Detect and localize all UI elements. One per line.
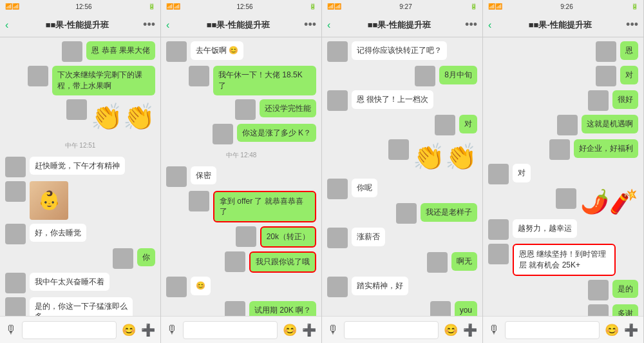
attach-button[interactable]: ➕ xyxy=(463,323,477,337)
signal-icon: 📶📶 xyxy=(166,3,180,10)
message-row: 你 xyxy=(5,248,155,269)
avatar xyxy=(327,90,348,111)
signal-icon: 📶📶 xyxy=(488,3,502,10)
message-row: 越努力，越幸运 xyxy=(488,219,638,240)
signal-icon: 📶📶 xyxy=(5,3,19,10)
chat-bubble: 越努力，越幸运 xyxy=(513,219,577,238)
avatar xyxy=(189,66,209,86)
voice-icon[interactable]: 🎙 xyxy=(488,323,500,337)
chat-bubble: 是的 xyxy=(612,280,638,299)
back-button[interactable]: ‹ xyxy=(327,19,330,31)
message-row: 好，你去睡觉 xyxy=(5,224,155,244)
avatar xyxy=(225,301,245,316)
message-row: 我中午太兴奋睡不着 xyxy=(5,273,155,293)
nav-bar: ‹■■果-性能提升班••• xyxy=(322,13,482,37)
avatar xyxy=(5,157,26,177)
attach-button[interactable]: ➕ xyxy=(141,323,155,337)
avatar xyxy=(235,99,256,120)
message-input[interactable] xyxy=(22,321,117,339)
attach-button[interactable]: ➕ xyxy=(624,323,638,337)
chat-bubble: 记得你应该快转正了吧？ xyxy=(352,41,447,60)
more-button[interactable]: ••• xyxy=(465,18,477,32)
more-button[interactable]: ••• xyxy=(143,18,155,32)
avatar xyxy=(166,166,187,187)
chat-area: 去午饭啊 😊我午休一下！大佬 18.5K 了还没学完性能你这是涨了多少 K？中午… xyxy=(161,37,321,316)
emoji-button[interactable]: 😊 xyxy=(444,323,458,337)
emoji-button[interactable]: 😊 xyxy=(605,323,619,337)
back-button[interactable]: ‹ xyxy=(166,19,169,31)
avatar xyxy=(435,115,455,135)
chat-title: ■■果-性能提升班 xyxy=(11,19,143,31)
avatar xyxy=(588,304,609,316)
avatar xyxy=(189,191,209,211)
message-input[interactable] xyxy=(505,321,600,339)
chat-bubble: 对 xyxy=(459,115,477,133)
avatar xyxy=(5,273,26,293)
voice-icon[interactable]: 🎙 xyxy=(166,323,178,337)
chat-bubble: 好企业，好福利 xyxy=(574,139,638,158)
chat-bubble: 很好 xyxy=(612,90,638,109)
chat-bubble: 我只跟你说了哦 xyxy=(249,251,316,273)
avatar xyxy=(556,188,576,209)
chat-bubble: 恩 xyxy=(620,41,638,60)
baby-image: 👶 xyxy=(30,181,68,220)
message-row: 对 xyxy=(488,66,638,86)
time-label: 9:26 xyxy=(560,3,573,10)
message-row: 恩 xyxy=(488,41,638,62)
message-row: 还没学完性能 xyxy=(166,99,316,120)
signal-icon: 📶📶 xyxy=(327,3,341,10)
avatar xyxy=(488,219,509,240)
avatar xyxy=(5,297,26,316)
message-row: 你呢 xyxy=(327,179,477,199)
avatar xyxy=(588,280,609,300)
message-row: 恩恩 继续坚持！到时管理层 就有机会 25K+ xyxy=(488,244,638,276)
message-input[interactable] xyxy=(183,321,278,339)
emoji-button[interactable]: 😊 xyxy=(122,323,136,337)
avatar xyxy=(327,228,348,248)
chat-bubble: 是的，你这一下子猛涨即么多 xyxy=(30,297,133,316)
message-row: 踏实精神，好 xyxy=(327,277,477,297)
chat-bubble: 涨薪否 xyxy=(352,228,385,246)
attach-button[interactable]: ➕ xyxy=(302,323,316,337)
message-row: 我还是老样子 xyxy=(327,203,477,224)
phone-panel-4: 📶📶9:26🔋‹■■果-性能提升班•••恩对很好这就是机遇啊好企业，好福利对🌶️… xyxy=(483,0,644,343)
emoji-bubble: 👏👏 xyxy=(91,102,155,132)
battery-icon: 🔋 xyxy=(309,3,316,10)
message-row: 恩 恭喜 果果大佬 xyxy=(5,41,155,62)
message-row: 下次来继续学完剩下的课程，带上水果啊 xyxy=(5,66,155,95)
message-row: 我午休一下！大佬 18.5K 了 xyxy=(166,66,316,95)
message-row: 对 xyxy=(327,115,477,135)
message-row: 啊无 xyxy=(327,252,477,273)
back-button[interactable]: ‹ xyxy=(488,19,491,31)
avatar xyxy=(28,66,48,86)
emoji-bubble: 👏👏 xyxy=(413,142,477,172)
chat-bubble: 啊无 xyxy=(451,252,477,271)
back-button[interactable]: ‹ xyxy=(5,19,8,31)
chat-bubble: 8月中旬 xyxy=(439,66,477,84)
more-button[interactable]: ••• xyxy=(626,18,638,32)
chili-emoji: 🌶️🧨 xyxy=(580,188,638,215)
chat-bubble: 你呢 xyxy=(352,179,377,197)
time-label: 中午 12:48 xyxy=(166,151,316,160)
chat-bubble: 去午饭啊 😊 xyxy=(191,41,243,60)
message-row: 👏👏 xyxy=(5,99,155,135)
avatar xyxy=(66,99,87,120)
message-row: 试用期 20K 啊？ xyxy=(166,301,316,316)
message-row: 很好 xyxy=(488,90,638,111)
avatar xyxy=(415,66,435,86)
chat-title: ■■果-性能提升班 xyxy=(333,19,465,31)
message-row: 多谢 xyxy=(488,304,638,316)
voice-icon[interactable]: 🎙 xyxy=(5,323,17,337)
chat-bubble: 恩恩 继续坚持！到时管理层 就有机会 25K+ xyxy=(513,244,616,276)
message-input[interactable] xyxy=(344,321,439,339)
emoji-button[interactable]: 😊 xyxy=(283,323,297,337)
chat-bubble: 保密 xyxy=(191,166,216,185)
chat-bubble: 我还是老样子 xyxy=(421,203,477,222)
status-bar: 📶📶12:56🔋 xyxy=(0,0,160,13)
avatar xyxy=(596,41,616,62)
message-row: 😊 xyxy=(166,277,316,297)
chat-bubble: 20k（转正） xyxy=(260,226,316,248)
avatar xyxy=(430,301,451,316)
more-button[interactable]: ••• xyxy=(304,18,316,32)
voice-icon[interactable]: 🎙 xyxy=(327,323,339,337)
